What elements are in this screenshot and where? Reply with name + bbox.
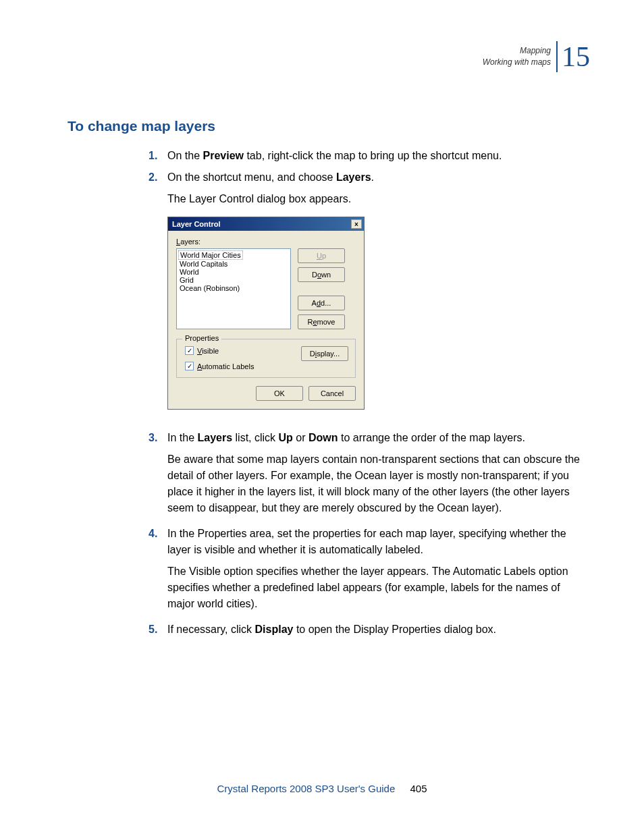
list-item[interactable]: Ocean (Robinson) bbox=[178, 284, 289, 292]
list-item[interactable]: World Major Cities bbox=[178, 250, 243, 260]
list-item[interactable]: World Capitals bbox=[178, 260, 289, 268]
list-item[interactable]: World bbox=[178, 268, 289, 276]
list-item[interactable]: Grid bbox=[178, 276, 289, 284]
properties-group: Properties ✓ Visible ✓ Automatic Labels … bbox=[176, 339, 356, 378]
properties-legend: Properties bbox=[182, 334, 221, 342]
visible-checkbox[interactable]: ✓ bbox=[185, 346, 194, 355]
step-1: 1. On the Preview tab, right-click the m… bbox=[149, 148, 590, 164]
add-button[interactable]: Add... bbox=[298, 296, 345, 310]
header-line2: Working with maps bbox=[483, 57, 551, 68]
dialog-body: Layers: World Major Cities World Capital… bbox=[168, 231, 364, 409]
dialog-title: Layer Control bbox=[172, 220, 221, 228]
autolabels-checkbox[interactable]: ✓ bbox=[185, 362, 194, 370]
header-divider bbox=[556, 41, 558, 72]
chapter-number: 15 bbox=[562, 40, 590, 73]
header-line1: Mapping bbox=[483, 45, 551, 57]
content-body: 1. On the Preview tab, right-click the m… bbox=[149, 148, 590, 638]
page-footer: Crystal Reports 2008 SP3 User's Guide 40… bbox=[0, 783, 644, 794]
step-text: In the Layers list, click Up or Down to … bbox=[167, 430, 590, 446]
step-text: On the Preview tab, right-click the map … bbox=[167, 148, 590, 164]
step-number: 2. bbox=[149, 169, 165, 186]
step-text: On the shortcut menu, and choose Layers. bbox=[167, 169, 590, 186]
step-number: 5. bbox=[149, 622, 165, 638]
step-number: 1. bbox=[149, 148, 165, 164]
close-button[interactable]: × bbox=[351, 219, 362, 229]
step-number: 4. bbox=[149, 526, 165, 558]
footer-page: 405 bbox=[410, 783, 427, 794]
layers-label: Layers: bbox=[176, 238, 356, 246]
display-button[interactable]: Display... bbox=[301, 346, 348, 361]
footer-guide: Crystal Reports 2008 SP3 User's Guide bbox=[217, 783, 395, 794]
dialog-titlebar: Layer Control × bbox=[168, 217, 364, 231]
check-icon: ✓ bbox=[187, 363, 192, 370]
autolabels-checkbox-row: ✓ Automatic Labels bbox=[185, 362, 254, 370]
layers-listbox[interactable]: World Major Cities World Capitals World … bbox=[176, 248, 291, 329]
check-icon: ✓ bbox=[187, 348, 192, 354]
remove-button[interactable]: Remove bbox=[298, 314, 345, 329]
section-title: To change map layers bbox=[68, 118, 590, 134]
step-2: 2. On the shortcut menu, and choose Laye… bbox=[149, 169, 590, 186]
step-4: 4. In the Properties area, set the prope… bbox=[149, 526, 590, 558]
header-text: Mapping Working with maps bbox=[483, 45, 551, 68]
step-text: In the Properties area, set the properti… bbox=[167, 526, 590, 558]
dialog-footer: OK Cancel bbox=[176, 386, 356, 401]
step-3-paragraph: Be aware that some map layers contain no… bbox=[167, 451, 590, 516]
step-5: 5. If necessary, click Display to open t… bbox=[149, 622, 590, 638]
step-text: If necessary, click Display to open the … bbox=[167, 622, 590, 638]
step-number: 3. bbox=[149, 430, 165, 446]
ok-button[interactable]: OK bbox=[256, 386, 303, 401]
cancel-button[interactable]: Cancel bbox=[308, 386, 356, 401]
close-icon: × bbox=[354, 221, 358, 228]
up-button[interactable]: Up bbox=[298, 248, 345, 263]
step-3: 3. In the Layers list, click Up or Down … bbox=[149, 430, 590, 446]
autolabels-label: Automatic Labels bbox=[197, 362, 254, 370]
page-header: Mapping Working with maps 15 bbox=[483, 40, 590, 73]
layer-control-dialog: Layer Control × Layers: World Major Citi… bbox=[167, 217, 365, 410]
layers-buttons-column: Up Down Add... Remove bbox=[298, 248, 345, 329]
step-2-paragraph: The Layer Control dialog box appears. bbox=[167, 191, 590, 207]
visible-checkbox-row: ✓ Visible bbox=[185, 346, 254, 355]
down-button[interactable]: Down bbox=[298, 267, 345, 282]
step-4-paragraph: The Visible option specifies whether the… bbox=[167, 563, 590, 612]
visible-label: Visible bbox=[197, 347, 219, 355]
